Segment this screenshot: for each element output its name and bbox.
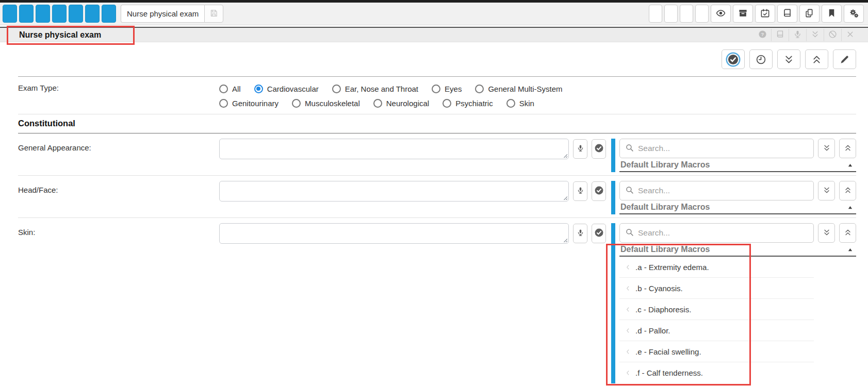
exam-type-radio[interactable]: Skin: [506, 99, 534, 108]
toolbar-icon-button[interactable]: [733, 5, 753, 23]
form-action-button[interactable]: [722, 49, 745, 69]
macro-item[interactable]: .b - Cyanosis.: [619, 278, 814, 299]
toolbar-tab[interactable]: [3, 5, 17, 23]
confirm-button[interactable]: [592, 224, 606, 243]
macros-group-header[interactable]: Default Library Macros: [619, 243, 856, 257]
expand-all-button[interactable]: [818, 223, 835, 243]
macro-search-input[interactable]: [638, 144, 808, 153]
toolbar-tab[interactable]: [36, 5, 50, 23]
confirm-button[interactable]: [592, 139, 606, 159]
search-icon: [625, 143, 634, 154]
exam-type-radio[interactable]: Psychiatric: [443, 99, 493, 108]
collapse-all-button[interactable]: [839, 139, 856, 158]
expand-all-button[interactable]: [818, 181, 835, 200]
section-header-icon-button[interactable]: ?: [754, 29, 771, 41]
section-header-icon-button[interactable]: [806, 29, 824, 41]
macros-panel: Default Library Macros: [611, 181, 856, 214]
toolbar-icon-button[interactable]: [711, 5, 731, 23]
edit-pencil-icon: [839, 54, 850, 65]
gears-icon: [849, 8, 859, 20]
macro-search-box: [619, 139, 814, 158]
panel-accent-bar: [611, 223, 615, 383]
collapse-all-button[interactable]: [839, 181, 856, 200]
macro-search-input[interactable]: [638, 186, 808, 195]
close-icon: [846, 30, 855, 40]
save-icon: [209, 9, 218, 19]
textarea-wrap: [219, 223, 569, 244]
template-name-input[interactable]: [121, 5, 204, 23]
exam-type-radio[interactable]: Musculoskeletal: [292, 99, 360, 108]
main-toolbar: [0, 3, 868, 25]
dictate-button[interactable]: [573, 139, 587, 159]
caret-up-icon: [847, 162, 853, 168]
macros-group-header[interactable]: Default Library Macros: [619, 200, 856, 214]
macro-search-input[interactable]: [638, 228, 808, 238]
stage-button[interactable]: [649, 5, 662, 23]
exam-type-radio[interactable]: Genitourinary: [219, 99, 279, 108]
general-appearance-textarea[interactable]: [219, 139, 569, 159]
macros-panel: Default Library Macros .a - Extremity ed…: [611, 223, 856, 383]
page-title: Nurse physical exam: [0, 30, 101, 40]
form-action-button[interactable]: [777, 49, 800, 69]
radio-label: Skin: [519, 99, 534, 108]
toolbar-icon-button[interactable]: [844, 5, 864, 23]
form-action-button[interactable]: [749, 49, 773, 69]
exam-type-options-line2: Genitourinary Musculoskeletal Neurologic…: [219, 96, 563, 110]
form-actions-row: [12, 49, 856, 69]
dictate-button[interactable]: [573, 224, 587, 243]
row-label: General Appearance:: [18, 139, 219, 152]
toolbar-icon-button[interactable]: [777, 5, 797, 23]
macro-item[interactable]: .e - Facial swelling.: [619, 341, 814, 362]
radio-circle-icon: [254, 85, 263, 93]
section-header-icon-button[interactable]: [771, 29, 789, 41]
radio-label: Musculoskeletal: [305, 99, 360, 108]
section-header-icon-button[interactable]: [789, 29, 806, 41]
book-icon: [776, 30, 784, 40]
radio-label: Neurological: [386, 99, 429, 108]
exam-type-radio[interactable]: Neurological: [373, 99, 429, 108]
radio-circle-icon: [373, 99, 382, 108]
form-action-button[interactable]: [833, 49, 856, 69]
section-header-strip: Nurse physical exam ?: [0, 27, 868, 42]
toolbar-icon-button[interactable]: [755, 5, 775, 23]
toolbar-tab[interactable]: [85, 5, 100, 23]
confirm-button[interactable]: [592, 181, 606, 201]
macro-item[interactable]: .f - Calf tenderness.: [619, 362, 814, 383]
head-face-textarea[interactable]: [219, 181, 569, 202]
exam-type-radio[interactable]: Ear, Nose and Throat: [332, 85, 418, 93]
dictate-button[interactable]: [573, 181, 587, 201]
exam-type-radio[interactable]: General Multi-System: [475, 85, 562, 93]
toolbar-icon-button[interactable]: [822, 5, 842, 23]
textarea-wrap: [219, 181, 569, 202]
exam-row-head-face: Head/Face: Default Library Macros: [0, 176, 868, 214]
section-header-icon-button[interactable]: [824, 29, 841, 41]
expand-all-down-icon: [783, 54, 794, 65]
macro-item[interactable]: .c - Diaphoresis.: [619, 299, 814, 320]
form-action-button[interactable]: [805, 49, 828, 69]
stage-button[interactable]: [664, 5, 678, 23]
save-button[interactable]: [204, 5, 223, 23]
stage-button[interactable]: [695, 5, 709, 23]
chevron-left-icon: [625, 327, 631, 334]
exam-type-radio[interactable]: Eyes: [432, 85, 462, 93]
collapse-all-button[interactable]: [839, 223, 856, 243]
toolbar-icon-button[interactable]: [799, 5, 820, 23]
panel-accent-bar: [611, 139, 615, 172]
skin-textarea[interactable]: [219, 223, 569, 244]
section-header-icon-button[interactable]: [841, 29, 859, 41]
macro-item[interactable]: .d - Pallor.: [619, 320, 814, 341]
macro-item-label: .b - Cyanosis.: [635, 284, 683, 293]
stage-button[interactable]: [680, 5, 693, 23]
exam-type-radio[interactable]: Cardiovascular: [254, 85, 319, 93]
check-circle-icon: [594, 228, 604, 239]
macro-item-label: .f - Calf tenderness.: [635, 368, 703, 377]
exam-type-radio[interactable]: All: [219, 85, 241, 93]
expand-all-button[interactable]: [818, 139, 835, 158]
macro-search-line: [619, 223, 856, 243]
macro-item[interactable]: .a - Extremity edema.: [619, 257, 814, 278]
toolbar-tab[interactable]: [52, 5, 67, 23]
toolbar-tab[interactable]: [69, 5, 83, 23]
macros-group-header[interactable]: Default Library Macros: [619, 158, 856, 172]
toolbar-tab[interactable]: [19, 5, 34, 23]
toolbar-tab[interactable]: [102, 5, 116, 23]
